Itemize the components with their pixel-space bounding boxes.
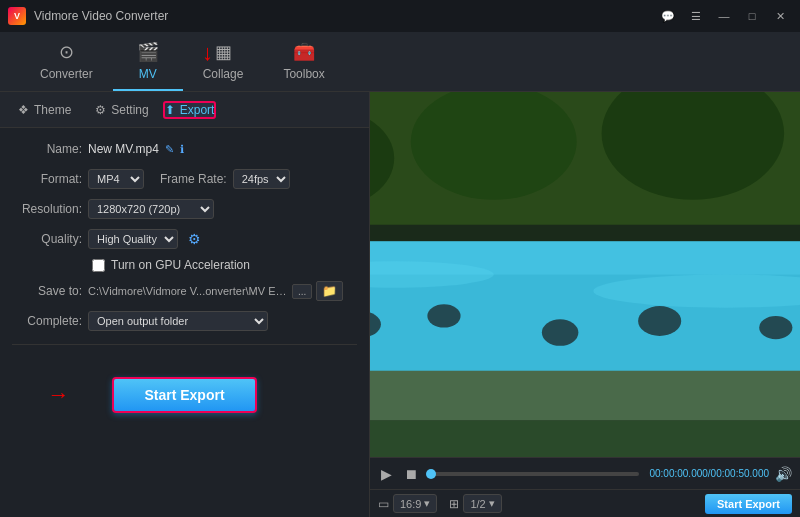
frame-rate-select[interactable]: 24fps25fps30fps60fps [233,169,290,189]
video-controls: ▶ ⏹ 00:00:00.000/00:00:50.000 🔊 [370,457,800,489]
scale-value: 1/2 [470,498,485,510]
collage-icon: ▦ [215,41,232,63]
divider [12,344,357,345]
ratio-icon: ▭ [378,497,389,511]
theme-icon: ❖ [18,103,29,117]
save-path: C:\Vidmore\Vidmore V...onverter\MV Expor… [88,285,288,297]
save-to-row: Save to: C:\Vidmore\Vidmore V...onverter… [12,280,357,302]
sub-tabs: ❖ Theme ⚙ Setting ⬆ Export [0,92,369,128]
format-select[interactable]: MP4MOVAVIMKV [88,169,144,189]
maximize-button[interactable]: □ [740,6,764,26]
format-label: Format: [12,172,82,186]
volume-button[interactable]: 🔊 [775,466,792,482]
app-title: Vidmore Video Converter [34,9,168,23]
tab-mv-label: MV [139,67,157,81]
name-info-icon[interactable]: ℹ [180,143,184,156]
main-area: ❖ Theme ⚙ Setting ⬆ Export Name: New MV.… [0,92,800,517]
ratio-value: 16:9 [400,498,421,510]
pool-scene-image [370,92,800,457]
save-to-label: Save to: [12,284,82,298]
left-arrow-icon: → [47,382,69,408]
quality-select[interactable]: High QualityStandardCustom [88,229,178,249]
svg-point-13 [638,306,681,336]
subtab-setting-label: Setting [111,103,148,117]
gpu-label: Turn on GPU Acceleration [111,258,250,272]
current-time: 00:00:00.000 [649,468,707,479]
resolution-label: Resolution: [12,202,82,216]
ratio-chevron: ▾ [424,497,430,510]
tab-mv[interactable]: 🎬 MV [113,33,183,91]
start-export-area: → Start Export [12,357,357,423]
scale-button[interactable]: 1/2 ▾ [463,494,501,513]
right-panel: ▶ ⏹ 00:00:00.000/00:00:50.000 🔊 ▭ 16:9 ▾… [370,92,800,517]
chat-button[interactable]: 💬 [656,6,680,26]
close-button[interactable]: ✕ [768,6,792,26]
tab-collage[interactable]: ▦ Collage [183,33,264,91]
progress-dot [426,469,436,479]
export-icon: ⬆ [165,103,175,117]
gpu-row: Turn on GPU Acceleration [12,258,357,272]
svg-rect-16 [370,371,800,421]
start-export-left-button[interactable]: Start Export [112,377,256,413]
complete-row: Complete: Open output folder [12,310,357,332]
quality-label: Quality: [12,232,82,246]
tab-toolbox-label: Toolbox [283,67,324,81]
export-panel: Name: New MV.mp4 ✎ ℹ Format: MP4MOVAVIMK… [0,128,369,517]
svg-point-12 [542,319,579,346]
quality-row: Quality: High QualityStandardCustom ⚙ [12,228,357,250]
subtab-theme[interactable]: ❖ Theme [8,99,81,121]
total-time: 00:00:50.000 [711,468,769,479]
name-label: Name: [12,142,82,156]
app-icon: V [8,7,26,25]
title-bar-left: V Vidmore Video Converter [8,7,168,25]
video-bottom-bar: ▭ 16:9 ▾ ⊞ 1/2 ▾ Start Export [370,489,800,517]
name-row: Name: New MV.mp4 ✎ ℹ [12,138,357,160]
play-button[interactable]: ▶ [378,464,395,484]
top-nav: ⊙ Converter 🎬 MV ▦ Collage 🧰 Toolbox [0,32,800,92]
resolution-select[interactable]: 1280x720 (720p)1920x1080 (1080p)854x480 … [88,199,214,219]
scale-chevron: ▾ [489,497,495,510]
subtab-theme-label: Theme [34,103,71,117]
video-preview [370,92,800,457]
tab-converter[interactable]: ⊙ Converter [20,33,113,91]
ratio-group: ▭ 16:9 ▾ ⊞ 1/2 ▾ [378,494,502,513]
converter-icon: ⊙ [59,41,74,63]
pool-svg [370,92,800,457]
quality-gear-icon[interactable]: ⚙ [188,231,201,247]
progress-bar[interactable] [431,472,639,476]
stop-button[interactable]: ⏹ [401,464,421,484]
title-bar-right: 💬 ☰ — □ ✕ [656,6,792,26]
setting-icon: ⚙ [95,103,106,117]
mv-icon: 🎬 [137,41,159,63]
time-display: 00:00:00.000/00:00:50.000 [649,468,769,479]
gpu-checkbox[interactable] [92,259,105,272]
frame-rate-label: Frame Rate: [160,172,227,186]
minimize-button[interactable]: — [712,6,736,26]
scale-icon: ⊞ [449,497,459,511]
subtab-setting[interactable]: ⚙ Setting [85,99,158,121]
browse-dots-button[interactable]: ... [292,284,312,299]
svg-point-11 [427,304,460,327]
svg-rect-17 [370,421,800,458]
open-folder-button[interactable]: 📁 [316,281,343,301]
title-bar: V Vidmore Video Converter 💬 ☰ — □ ✕ [0,0,800,32]
ratio-button[interactable]: 16:9 ▾ [393,494,437,513]
name-edit-icon[interactable]: ✎ [165,143,174,156]
subtab-export[interactable]: ⬆ Export [163,101,217,119]
resolution-row: Resolution: 1280x720 (720p)1920x1080 (10… [12,198,357,220]
path-row: C:\Vidmore\Vidmore V...onverter\MV Expor… [88,281,343,301]
toolbox-icon: 🧰 [293,41,315,63]
left-panel: ❖ Theme ⚙ Setting ⬆ Export Name: New MV.… [0,92,370,517]
menu-button[interactable]: ☰ [684,6,708,26]
tab-toolbox[interactable]: 🧰 Toolbox [263,33,344,91]
complete-label: Complete: [12,314,82,328]
tab-converter-label: Converter [40,67,93,81]
export-btn-wrapper: → Start Export [112,377,256,413]
svg-point-14 [759,316,792,339]
subtab-export-label: Export [180,103,215,117]
complete-select[interactable]: Open output folder [88,311,268,331]
tab-collage-label: Collage [203,67,244,81]
start-export-right-button[interactable]: Start Export [705,494,792,514]
name-value: New MV.mp4 [88,142,159,156]
format-row: Format: MP4MOVAVIMKV Frame Rate: 24fps25… [12,168,357,190]
